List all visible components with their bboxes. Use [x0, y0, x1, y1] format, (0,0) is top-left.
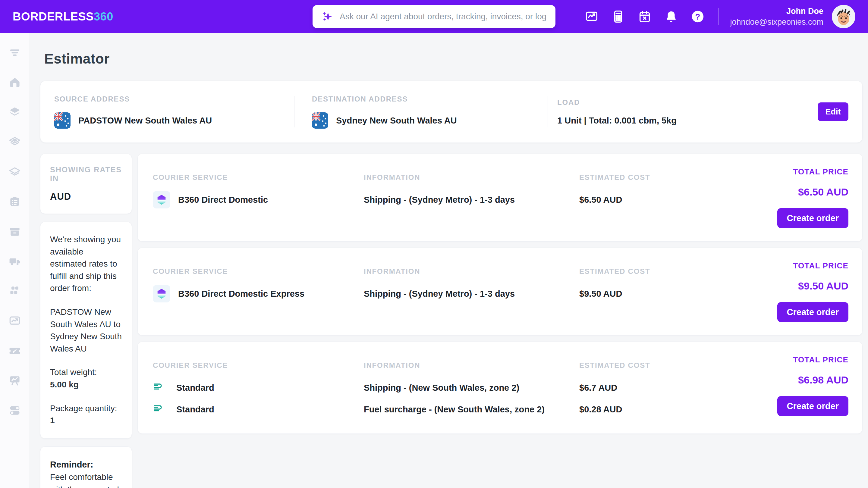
load-value: 1 Unit | Total: 0.001 cbm, 5kg — [557, 116, 677, 126]
service-row: B360 Direct Domestic — [153, 189, 364, 210]
logo-accent: 360 — [94, 10, 113, 23]
service-row: Standard — [153, 377, 364, 398]
topbar-actions: ? — [585, 10, 705, 24]
ai-search-bar[interactable] — [313, 5, 555, 28]
rates-info-intro: We're showing you available estimated ra… — [50, 233, 122, 295]
load-section: LOAD 1 Unit | Total: 0.001 cbm, 5kg — [548, 95, 848, 129]
user-avatar[interactable] — [832, 5, 855, 28]
create-order-button[interactable]: Create order — [777, 396, 848, 416]
create-order-button[interactable]: Create order — [777, 208, 848, 228]
total-weight-value: 5.00 kg — [50, 379, 122, 391]
information-value: Shipping - (Sydney Metro) - 1-3 days — [364, 195, 515, 205]
calendar-x-icon[interactable] — [638, 10, 652, 24]
create-order-button[interactable]: Create order — [777, 302, 848, 322]
load-label: LOAD — [557, 98, 848, 107]
help-icon[interactable]: ? — [691, 10, 705, 24]
standard-teal-icon — [151, 402, 165, 416]
rate-card: COURIER SERVICE B360 Direct Domestic INF… — [137, 154, 863, 241]
topbar-divider — [718, 8, 719, 25]
source-address-value: PADSTOW New South Wales AU — [79, 116, 212, 126]
total-weight-label: Total weight: — [50, 366, 122, 379]
estimated-cost-label: ESTIMATED COST — [579, 173, 752, 182]
reminder-title: Reminder: — [50, 458, 122, 471]
information-value: Shipping - (New South Wales, zone 2) — [364, 383, 519, 393]
search-input[interactable] — [340, 12, 547, 22]
total-price-label: TOTAL PRICE — [793, 261, 848, 270]
service-name: B360 Direct Domestic Express — [178, 289, 304, 299]
total-price-value: $9.50 AUD — [798, 280, 848, 292]
source-address-label: SOURCE ADDRESS — [54, 95, 294, 103]
currency-value: AUD — [50, 191, 122, 202]
service-name: B360 Direct Domestic — [178, 195, 268, 205]
destination-address-section: DESTINATION ADDRESS Sydney New South Wal… — [294, 95, 548, 129]
content-row: SHOWING RATES IN AUD We're showing you a… — [40, 154, 863, 488]
rate-card-list: COURIER SERVICE B360 Direct Domestic INF… — [137, 154, 863, 434]
rates-info-route: PADSTOW New South Wales AU to Sydney New… — [50, 306, 122, 355]
screen-chart-icon[interactable] — [585, 10, 598, 24]
toggles-icon[interactable] — [8, 404, 22, 417]
total-price-value: $6.50 AUD — [798, 186, 848, 198]
source-address-section: SOURCE ADDRESS PADSTOW New South Wales A… — [54, 95, 294, 129]
svg-text:?: ? — [695, 12, 700, 22]
user-name: John Doe — [730, 7, 824, 16]
b360-hexagon-icon — [153, 285, 170, 302]
information-value: Shipping - (Sydney Metro) - 1-3 days — [364, 289, 515, 299]
truck-icon[interactable] — [8, 255, 22, 268]
estimated-cost-label: ESTIMATED COST — [579, 361, 752, 369]
courier-service-label: COURIER SERVICE — [153, 361, 364, 369]
total-price-label: TOTAL PRICE — [793, 355, 848, 364]
blocks-icon[interactable] — [8, 284, 22, 298]
package-quantity-label: Package quantity: — [50, 402, 122, 415]
total-price-label: TOTAL PRICE — [793, 167, 848, 176]
service-row: B360 Direct Domestic Express — [153, 283, 364, 304]
service-row: Standard — [153, 398, 364, 420]
ticket-wrench-icon[interactable] — [8, 344, 22, 357]
rate-card: COURIER SERVICE B360 Direct Domestic Exp… — [137, 248, 863, 335]
presentation-chart-icon[interactable] — [8, 374, 22, 387]
filter-icon[interactable] — [8, 46, 22, 59]
sidebar-nav — [0, 33, 30, 488]
package-quantity-value: 1 — [50, 415, 122, 427]
user-email: johndoe@sixpeonies.com — [730, 18, 824, 27]
estimated-cost-label: ESTIMATED COST — [579, 267, 752, 275]
australia-flag-icon — [312, 112, 328, 129]
reminder-panel: Reminder: Feel comfortable with the pres… — [40, 447, 132, 488]
australia-flag-icon — [54, 112, 70, 129]
edit-button[interactable]: Edit — [818, 102, 848, 121]
destination-address-value: Sydney New South Wales AU — [336, 116, 457, 126]
clipboard-list-icon[interactable] — [8, 195, 22, 208]
information-label: INFORMATION — [364, 173, 579, 182]
estimated-cost-value: $6.50 AUD — [579, 195, 622, 205]
layers-filled-icon[interactable] — [8, 105, 22, 119]
service-name: Standard — [176, 383, 214, 393]
main-content: Estimator SOURCE ADDRESS PADSTOW New Sou… — [30, 33, 868, 488]
information-label: INFORMATION — [364, 267, 579, 275]
currency-panel: SHOWING RATES IN AUD — [40, 154, 132, 214]
layers-outline-icon[interactable] — [8, 165, 22, 178]
standard-teal-icon — [151, 381, 165, 395]
information-value: Fuel surcharge - (New South Wales, zone … — [364, 404, 545, 415]
layers-diamond-icon[interactable] — [8, 135, 22, 149]
monitor-chart-icon[interactable] — [8, 314, 22, 327]
courier-service-label: COURIER SERVICE — [153, 173, 364, 182]
showing-rates-in-label: SHOWING RATES IN — [50, 165, 122, 183]
estimated-cost-value: $6.7 AUD — [579, 383, 617, 393]
top-bar: BORDERLESS360 ? John Doe johndoe@sixpeon… — [0, 0, 868, 33]
rate-card: COURIER SERVICE Standard Standard — [137, 341, 863, 434]
page-title: Estimator — [44, 51, 863, 67]
home-icon[interactable] — [8, 76, 22, 89]
user-info[interactable]: John Doe johndoe@sixpeonies.com — [730, 7, 824, 27]
calculator-icon[interactable] — [611, 10, 625, 24]
app-logo[interactable]: BORDERLESS360 — [13, 10, 113, 23]
sparkle-icon — [321, 11, 333, 22]
bell-icon[interactable] — [664, 10, 678, 24]
service-name: Standard — [176, 404, 214, 415]
information-label: INFORMATION — [364, 361, 579, 369]
destination-address-label: DESTINATION ADDRESS — [312, 95, 548, 103]
archive-box-icon[interactable] — [8, 225, 22, 238]
courier-service-label: COURIER SERVICE — [153, 267, 364, 275]
shipment-summary-card: SOURCE ADDRESS PADSTOW New South Wales A… — [40, 81, 863, 143]
estimated-cost-value: $9.50 AUD — [579, 289, 622, 299]
logo-primary: BORDERLESS — [13, 10, 94, 23]
estimated-cost-value: $0.28 AUD — [579, 404, 622, 415]
